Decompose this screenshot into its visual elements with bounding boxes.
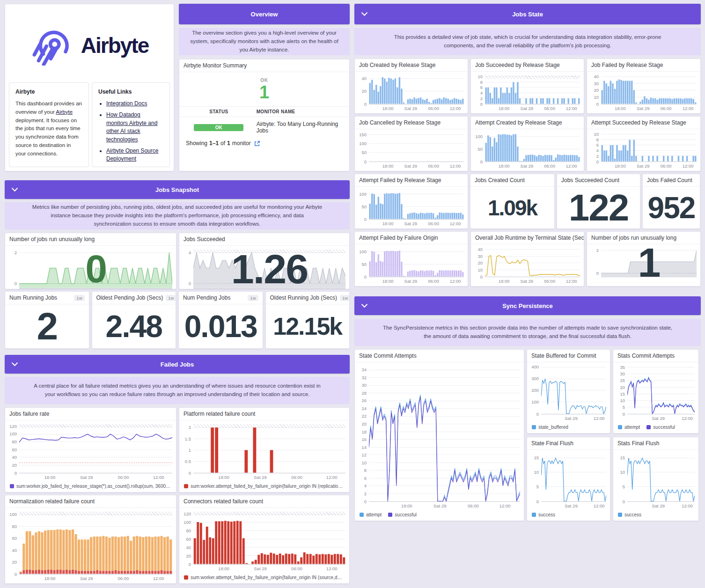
chart-canvas [627, 454, 695, 501]
x-axis-label: 12:00 [682, 416, 693, 421]
status-badge: OK [194, 124, 243, 131]
chart-plot[interactable] [193, 512, 345, 565]
chart-plot[interactable] [369, 133, 464, 162]
legend-item: success [618, 512, 641, 517]
showing-summary: Showing 1–1 of 1 monitor [179, 135, 349, 152]
x-axis-label: 18:00 [499, 106, 510, 111]
y-axis-tick: 0 [189, 281, 191, 286]
chart-canvas [369, 191, 464, 219]
legend-label: sum:worker.job_failed_by_release_stage(*… [16, 484, 171, 489]
y-axis-tick: 0 [364, 275, 367, 279]
chart-canvas [627, 366, 695, 414]
external-link-icon[interactable] [254, 140, 260, 147]
x-axis-label: Sat 29 [254, 475, 266, 480]
airbyte-logo-icon [30, 25, 75, 66]
chart-plot[interactable] [19, 424, 172, 473]
y-axis-tick: 100 [359, 250, 367, 254]
section-title: Jobs Snapshot [155, 186, 199, 193]
y-axis-tick: 0 [15, 572, 17, 577]
open-source-deployment-link[interactable]: Airbyte Open Source Deployment [106, 147, 158, 162]
chart-plot[interactable] [627, 454, 695, 502]
chart-plot[interactable]: 1.26 [193, 250, 345, 289]
legend-swatch [184, 484, 188, 488]
y-axis: 02 [588, 248, 601, 277]
chart-canvas [19, 250, 172, 288]
chevron-down-icon[interactable] [12, 361, 18, 368]
chevron-down-icon[interactable] [361, 303, 367, 309]
chart-plot[interactable] [369, 366, 520, 502]
monitor-name[interactable]: Airbyte: Too Many Long-Running Jobs [252, 121, 343, 134]
chart-plot[interactable]: 0 [19, 250, 172, 289]
integration-docs-link[interactable]: Integration Docs [106, 100, 147, 107]
x-axis-label: 18:00 [499, 279, 510, 284]
y-axis-tick: 0 [596, 271, 599, 276]
y-axis-tick: 2 [596, 154, 599, 159]
x-axis-label: 12:00 [450, 163, 461, 169]
monitor-summary-tile: Airbyte Monitor Summary OK 1 STATUS MONI… [179, 59, 350, 171]
datadog-monitors-link[interactable]: How Datadog monitors Airbyte and other A… [106, 111, 157, 142]
monitor-table-row[interactable]: OK Airbyte: Too Many Long-Running Jobs [179, 117, 349, 135]
y-axis-tick: 0 [536, 500, 539, 504]
legend-label: state_buffered [538, 425, 568, 430]
y-axis-tick: 0 [596, 160, 599, 164]
threshold-hatch [19, 512, 172, 515]
chart-job-failed-by-release-stage: Job Failed by Release Stage 010203040 18… [587, 59, 701, 114]
legend-item: sum:worker.attempt_failed_by_failure_ori… [184, 575, 345, 580]
x-axis-label: 06:00 [118, 475, 129, 480]
x-axis-label: Sat 29 [404, 279, 417, 284]
x-axis: 18:00Sat 2906:0012:00 [485, 162, 580, 170]
x-axis-label: 12:00 [566, 163, 577, 169]
legend-swatch [388, 513, 392, 517]
x-axis-label: 06:00 [118, 576, 129, 581]
chart-title: State Buffered for Commit [531, 353, 596, 359]
x-axis-label: 18:00 [382, 221, 394, 226]
chart-plot[interactable] [369, 248, 464, 277]
y-axis-tick: 100 [9, 432, 17, 436]
chart-title: Number of jobs run unusually long [9, 236, 95, 243]
chart-plot[interactable] [601, 75, 697, 104]
y-axis: 050100150 [356, 133, 369, 162]
list-item: How Datadog monitors Airbyte and other A… [106, 111, 163, 144]
section-header-overview: Overview [179, 4, 350, 24]
y-axis-tick: 40 [186, 545, 191, 550]
x-axis-label: 06:00 [468, 503, 479, 508]
chart-plot[interactable] [627, 366, 695, 414]
legend-label: success [538, 512, 555, 517]
chart-plot[interactable] [369, 75, 464, 104]
chart-plot[interactable] [601, 133, 697, 162]
tile-title: Airbyte Monitor Summary [184, 62, 247, 69]
airbyte-link[interactable]: Airbyte [56, 109, 73, 115]
query-value-jobs-created-count: Jobs Created Count 1.09k [470, 174, 555, 229]
chevron-down-icon[interactable] [12, 187, 18, 193]
x-axis [601, 278, 697, 285]
threshold-hatch [485, 75, 580, 79]
chart-canvas [19, 512, 172, 574]
tile-title: Oldest Pending Job (Secs) [96, 294, 163, 301]
y-axis: 051015 [528, 454, 541, 502]
query-value: 2.48 [92, 304, 176, 348]
chart-connectors-related-failure-count: Connectors related failure count 0204060… [179, 495, 350, 584]
query-value-oldest-running-job: Oldest Running Job (Secs)1w 12.15k [265, 291, 350, 349]
y-axis-tick: 50 [477, 147, 483, 152]
chart-plot[interactable] [193, 424, 345, 473]
y-axis-tick: 8 [364, 468, 367, 473]
section-header-jobs-snapshot: Jobs Snapshot [5, 180, 350, 199]
chart-plot[interactable] [485, 133, 580, 162]
chart-plot[interactable] [19, 512, 172, 574]
y-axis-tick: 5 [623, 405, 625, 410]
chart-plot[interactable]: 1 [601, 248, 697, 277]
chevron-down-icon[interactable] [361, 11, 367, 17]
chart-plot[interactable] [541, 366, 606, 414]
chart-plot[interactable] [485, 75, 580, 104]
y-axis-tick: 2 [480, 96, 483, 101]
chart-plot[interactable] [485, 248, 580, 277]
chart-plot[interactable] [369, 191, 464, 220]
tile-title: Jobs Succeeded Count [561, 177, 619, 184]
x-axis-label: Sat 29 [404, 163, 417, 169]
legend-item: attempt [360, 512, 382, 517]
legend-swatch [532, 425, 536, 429]
x-axis-label: Sat 29 [404, 221, 417, 226]
query-value: 1.09k [470, 187, 554, 228]
chart-plot[interactable] [541, 454, 606, 502]
x-axis-label: 12:00 [682, 503, 693, 508]
